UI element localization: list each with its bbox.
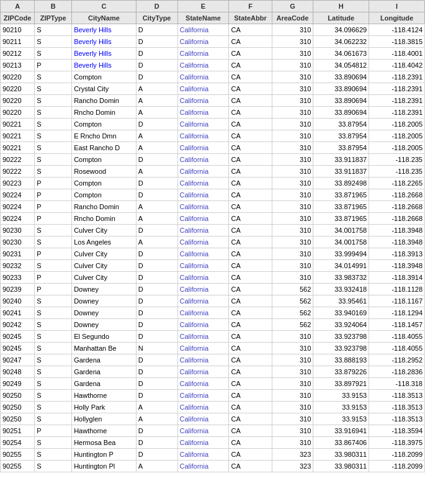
cell-areacode[interactable]: 310 (272, 166, 313, 178)
cell-cityname[interactable]: Rncho Domin (72, 213, 136, 225)
cell-latitude[interactable]: 34.001758 (313, 236, 369, 248)
cell-zipcode[interactable]: 90222 (1, 166, 35, 178)
cell-zipcode[interactable]: 90245 (1, 343, 35, 354)
cell-ziptype[interactable]: P (35, 248, 72, 260)
cell-ziptype[interactable]: S (35, 260, 72, 272)
header-statename[interactable]: StateName (177, 12, 229, 24)
cell-cityname[interactable]: Rncho Domin (72, 107, 136, 119)
cell-zipcode[interactable]: 90221 (1, 130, 35, 142)
cell-zipcode[interactable]: 90254 (1, 437, 35, 449)
cell-stateabbr[interactable]: CA (229, 189, 272, 201)
cell-citytype[interactable]: A (136, 130, 177, 142)
cell-latitude[interactable]: 33.890694 (313, 71, 369, 83)
cell-longitude[interactable]: -118.2005 (369, 119, 425, 130)
cell-areacode[interactable]: 310 (272, 119, 313, 130)
cell-cityname[interactable]: El Segundo (72, 331, 136, 343)
cell-zipcode[interactable]: 90249 (1, 378, 35, 390)
cell-longitude[interactable]: -118.3815 (369, 36, 425, 48)
cell-cityname[interactable]: Gardena (72, 354, 136, 366)
cell-ziptype[interactable]: S (35, 354, 72, 366)
cell-stateabbr[interactable]: CA (229, 48, 272, 60)
cell-zipcode[interactable]: 90255 (1, 461, 35, 472)
cell-cityname[interactable]: Hawthorne (72, 425, 136, 437)
cell-ziptype[interactable]: P (35, 213, 72, 225)
cell-ziptype[interactable]: S (35, 437, 72, 449)
cell-cityname[interactable]: Compton (72, 178, 136, 189)
cell-latitude[interactable]: 33.983732 (313, 272, 369, 284)
cell-citytype[interactable]: D (136, 71, 177, 83)
cell-areacode[interactable]: 323 (272, 449, 313, 461)
cell-longitude[interactable]: -118.3513 (369, 413, 425, 425)
cell-areacode[interactable]: 310 (272, 225, 313, 236)
cell-areacode[interactable]: 310 (272, 402, 313, 413)
col-letter-i[interactable]: I (369, 1, 425, 12)
cell-areacode[interactable]: 310 (272, 48, 313, 60)
cell-latitude[interactable]: 33.980311 (313, 449, 369, 461)
header-zipcode[interactable]: ZIPCode (1, 12, 35, 24)
cell-statename[interactable]: California (177, 95, 229, 107)
cell-longitude[interactable]: -118.3948 (369, 260, 425, 272)
cell-zipcode[interactable]: 90232 (1, 260, 35, 272)
cell-ziptype[interactable]: P (35, 178, 72, 189)
cell-zipcode[interactable]: 90245 (1, 331, 35, 343)
cell-stateabbr[interactable]: CA (229, 236, 272, 248)
cell-statename[interactable]: California (177, 260, 229, 272)
cell-areacode[interactable]: 310 (272, 107, 313, 119)
cell-zipcode[interactable]: 90251 (1, 425, 35, 437)
cell-latitude[interactable]: 33.911837 (313, 154, 369, 166)
cell-zipcode[interactable]: 90213 (1, 60, 35, 71)
cell-statename[interactable]: California (177, 213, 229, 225)
cell-longitude[interactable]: -118.2668 (369, 201, 425, 213)
cell-statename[interactable]: California (177, 284, 229, 295)
cell-zipcode[interactable]: 90211 (1, 36, 35, 48)
cell-latitude[interactable]: 33.890694 (313, 107, 369, 119)
cell-longitude[interactable]: -118.3948 (369, 236, 425, 248)
cell-zipcode[interactable]: 90220 (1, 83, 35, 95)
cell-latitude[interactable]: 33.879226 (313, 366, 369, 378)
cell-statename[interactable]: California (177, 60, 229, 71)
cell-citytype[interactable]: D (136, 284, 177, 295)
cell-citytype[interactable]: A (136, 201, 177, 213)
cell-statename[interactable]: California (177, 201, 229, 213)
cell-citytype[interactable]: A (136, 213, 177, 225)
cell-latitude[interactable]: 33.923798 (313, 343, 369, 354)
cell-cityname[interactable]: Downey (72, 307, 136, 319)
cell-citytype[interactable]: D (136, 449, 177, 461)
cell-latitude[interactable]: 34.001758 (313, 225, 369, 236)
cell-areacode[interactable]: 310 (272, 130, 313, 142)
cell-stateabbr[interactable]: CA (229, 366, 272, 378)
cell-areacode[interactable]: 310 (272, 248, 313, 260)
cell-longitude[interactable]: -118.4055 (369, 331, 425, 343)
cell-stateabbr[interactable]: CA (229, 248, 272, 260)
cell-statename[interactable]: California (177, 166, 229, 178)
cell-statename[interactable]: California (177, 272, 229, 284)
cell-citytype[interactable]: A (136, 95, 177, 107)
cell-stateabbr[interactable]: CA (229, 71, 272, 83)
cell-citytype[interactable]: D (136, 154, 177, 166)
cell-statename[interactable]: California (177, 413, 229, 425)
cell-ziptype[interactable]: S (35, 461, 72, 472)
cell-statename[interactable]: California (177, 83, 229, 95)
cell-longitude[interactable]: -118.3948 (369, 225, 425, 236)
cell-areacode[interactable]: 310 (272, 390, 313, 402)
cell-stateabbr[interactable]: CA (229, 354, 272, 366)
cell-ziptype[interactable]: P (35, 284, 72, 295)
cell-statename[interactable]: California (177, 366, 229, 378)
cell-areacode[interactable]: 310 (272, 413, 313, 425)
cell-areacode[interactable]: 310 (272, 178, 313, 189)
cell-latitude[interactable]: 33.980311 (313, 461, 369, 472)
col-letter-g[interactable]: G (272, 1, 313, 12)
cell-statename[interactable]: California (177, 390, 229, 402)
cell-cityname[interactable]: Rancho Domin (72, 95, 136, 107)
cell-longitude[interactable]: -118.4055 (369, 343, 425, 354)
cell-cityname[interactable]: Compton (72, 154, 136, 166)
cell-areacode[interactable]: 310 (272, 189, 313, 201)
cell-cityname[interactable]: Compton (72, 189, 136, 201)
cell-citytype[interactable]: D (136, 319, 177, 331)
cell-areacode[interactable]: 310 (272, 213, 313, 225)
header-latitude[interactable]: Latitude (313, 12, 369, 24)
cell-latitude[interactable]: 33.871965 (313, 189, 369, 201)
cell-longitude[interactable]: -118.1294 (369, 307, 425, 319)
cell-latitude[interactable]: 33.9153 (313, 402, 369, 413)
cell-cityname[interactable]: Hawthorne (72, 390, 136, 402)
